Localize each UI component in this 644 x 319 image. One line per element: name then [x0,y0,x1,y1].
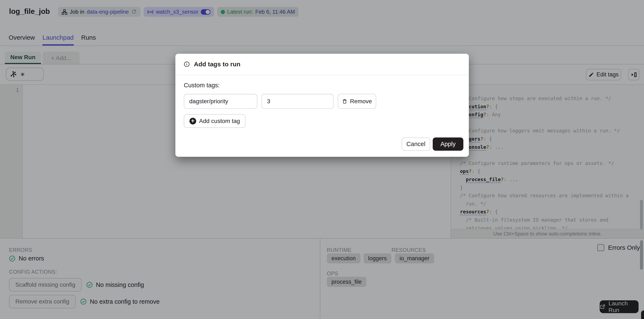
dialog-footer: Cancel Apply [402,137,463,151]
plus-circle-icon: + [190,118,196,124]
tag-key-input[interactable] [184,94,257,109]
info-icon [184,61,190,67]
add-custom-tag-button[interactable]: + Add custom tag [184,114,246,128]
custom-tags-label: Custom tags: [184,82,460,89]
add-custom-tag-label: Add custom tag [199,118,240,124]
dialog-title: Add tags to run [194,61,240,68]
add-tags-dialog: Add tags to run Custom tags: Remove + Ad… [176,54,469,157]
trash-icon [342,99,348,104]
cancel-button[interactable]: Cancel [402,137,430,151]
modal-overlay[interactable] [0,0,644,319]
apply-button[interactable]: Apply [433,137,463,151]
dialog-header: Add tags to run [176,54,469,75]
tag-value-input[interactable] [262,94,334,109]
custom-tag-row: Remove [184,94,460,109]
remove-tag-label: Remove [350,98,372,105]
remove-tag-button[interactable]: Remove [338,94,376,109]
dialog-body: Custom tags: Remove + Add custom tag [176,75,469,128]
